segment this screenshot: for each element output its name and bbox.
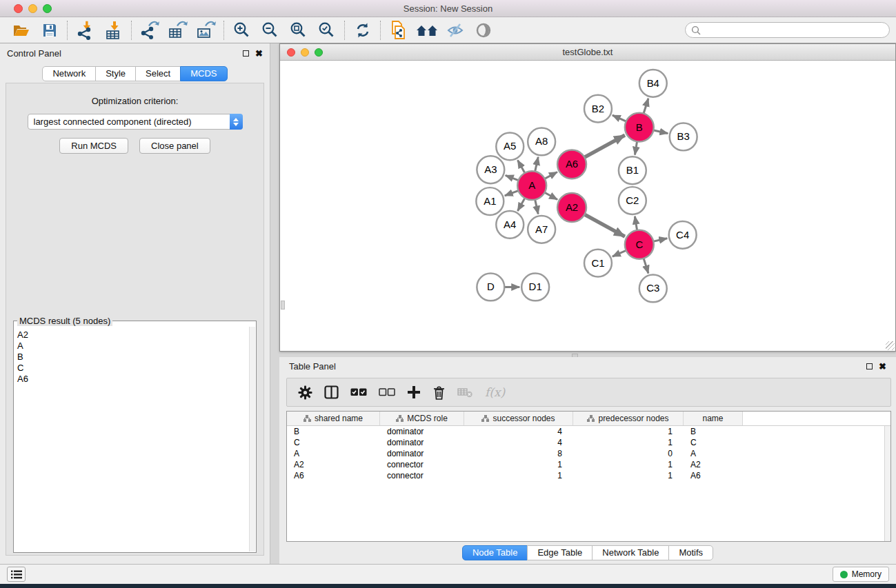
- import-table-icon[interactable]: [99, 19, 128, 42]
- node-A6[interactable]: A6: [557, 150, 586, 179]
- zoom-out-icon[interactable]: [256, 19, 284, 42]
- zoom-window-button[interactable]: [43, 4, 52, 13]
- close-table-panel-icon[interactable]: ✖: [879, 363, 886, 369]
- show-eye-icon[interactable]: [469, 19, 497, 42]
- minimize-window-button[interactable]: [28, 4, 37, 13]
- close-window-button[interactable]: [14, 4, 23, 13]
- column-header-mcds-role[interactable]: MCDS role: [380, 412, 464, 425]
- zoom-selected-icon[interactable]: [312, 19, 341, 42]
- tab-network[interactable]: Network: [42, 66, 96, 81]
- close-panel-button[interactable]: Close panel: [139, 138, 210, 154]
- cell-shared-name: C: [287, 438, 380, 447]
- node-B4[interactable]: B4: [639, 70, 667, 97]
- hierarchy-icon: [481, 415, 489, 422]
- mcds-result-item[interactable]: A6: [17, 374, 256, 385]
- float-table-panel-icon[interactable]: [866, 363, 873, 369]
- export-network-icon[interactable]: [135, 19, 163, 42]
- split-panel-icon[interactable]: [324, 385, 339, 399]
- import-network-icon[interactable]: [71, 19, 99, 42]
- run-mcds-button[interactable]: Run MCDS: [59, 138, 128, 154]
- export-table-icon[interactable]: [163, 19, 192, 42]
- tab-motifs[interactable]: Motifs: [668, 545, 713, 560]
- table-scrollbar[interactable]: [884, 426, 890, 541]
- function-builder-icon[interactable]: f(x): [485, 385, 505, 399]
- column-header-shared-name[interactable]: shared name: [287, 412, 380, 425]
- mcds-result-item[interactable]: C: [17, 363, 256, 374]
- show-panels-button[interactable]: [7, 567, 26, 582]
- column-header-successor-nodes[interactable]: successor nodes: [464, 412, 573, 425]
- table-body: Bdominator41BCdominator41CAdominator80AA…: [287, 426, 890, 481]
- search-input[interactable]: [704, 26, 889, 35]
- edge-A-A4: [517, 197, 525, 211]
- network-minimize-button[interactable]: [301, 48, 309, 57]
- cell-mcds-role: connector: [380, 460, 464, 469]
- table-row[interactable]: A6connector11A6: [287, 470, 890, 481]
- table-row[interactable]: Bdominator41B: [287, 426, 890, 437]
- deselect-all-icon[interactable]: [379, 388, 395, 396]
- window-resize-grip[interactable]: [886, 341, 895, 350]
- node-A1[interactable]: A1: [476, 187, 504, 215]
- float-panel-icon[interactable]: [243, 50, 249, 57]
- node-C[interactable]: C: [625, 230, 654, 259]
- delete-column-icon[interactable]: [432, 385, 446, 400]
- node-A[interactable]: A: [517, 171, 546, 200]
- column-header-name[interactable]: name: [684, 412, 743, 425]
- node-A3[interactable]: A3: [477, 156, 504, 183]
- mcds-result-item[interactable]: A2: [17, 330, 256, 341]
- node-D[interactable]: D: [477, 274, 504, 301]
- table-panel: Table Panel ✖: [279, 357, 896, 564]
- tab-mcds[interactable]: MCDS: [180, 66, 227, 81]
- home-icon[interactable]: [412, 19, 441, 42]
- svg-text:C3: C3: [646, 282, 659, 294]
- node-A2[interactable]: A2: [557, 193, 586, 222]
- hide-eye-icon[interactable]: [441, 19, 469, 42]
- node-A4[interactable]: A4: [496, 211, 524, 239]
- svg-text:B2: B2: [592, 103, 604, 114]
- column-header-predecessor-nodes[interactable]: predecessor nodes: [573, 412, 684, 425]
- node-A7[interactable]: A7: [528, 216, 555, 243]
- node-B2[interactable]: B2: [584, 95, 612, 123]
- node-C2[interactable]: C2: [619, 187, 646, 214]
- node-B1[interactable]: B1: [619, 156, 646, 184]
- close-panel-icon[interactable]: ✖: [255, 50, 263, 57]
- cell-name: A: [684, 449, 743, 458]
- add-column-icon[interactable]: [407, 385, 421, 399]
- network-canvas[interactable]: B4B2BB3A5A8A6B1A3AC2A1A2A4A7C4CC1C3DD1: [280, 61, 895, 351]
- refresh-icon[interactable]: [348, 19, 377, 42]
- node-C4[interactable]: C4: [669, 221, 697, 249]
- node-C3[interactable]: C3: [639, 275, 667, 303]
- memory-button[interactable]: Memory: [833, 567, 889, 582]
- node-A8[interactable]: A8: [528, 128, 555, 156]
- search-field[interactable]: [685, 22, 890, 38]
- tab-select[interactable]: Select: [135, 66, 181, 81]
- node-C1[interactable]: C1: [584, 250, 612, 277]
- table-row[interactable]: Adominator80A: [287, 448, 890, 459]
- save-session-icon[interactable]: [35, 19, 63, 42]
- table-header-row: shared nameMCDS rolesuccessor nodesprede…: [287, 412, 890, 426]
- clone-network-icon[interactable]: [384, 19, 412, 42]
- node-B[interactable]: B: [625, 113, 654, 142]
- node-B3[interactable]: B3: [670, 123, 697, 151]
- node-A5[interactable]: A5: [496, 133, 524, 161]
- tab-style[interactable]: Style: [95, 66, 136, 81]
- result-scrollbar[interactable]: [249, 327, 255, 551]
- zoom-fit-icon[interactable]: [284, 19, 312, 42]
- criterion-select[interactable]: largest connected component (directed): [28, 114, 243, 130]
- settings-gear-icon[interactable]: [298, 385, 312, 400]
- network-zoom-button[interactable]: [315, 48, 323, 57]
- zoom-in-icon[interactable]: [228, 19, 256, 42]
- open-session-icon[interactable]: [7, 19, 35, 42]
- tab-edge-table[interactable]: Edge Table: [527, 545, 593, 560]
- table-row[interactable]: A2connector11A2: [287, 459, 890, 470]
- delete-table-icon[interactable]: [457, 387, 473, 398]
- canvas-splitter-grip[interactable]: [281, 301, 285, 310]
- select-all-icon[interactable]: [350, 388, 367, 396]
- tab-network-table[interactable]: Network Table: [592, 545, 669, 560]
- table-row[interactable]: Cdominator41C: [287, 437, 890, 448]
- export-image-icon[interactable]: [192, 19, 220, 42]
- network-close-button[interactable]: [287, 48, 295, 57]
- node-D1[interactable]: D1: [521, 274, 549, 301]
- mcds-result-item[interactable]: B: [17, 352, 256, 363]
- tab-node-table[interactable]: Node Table: [462, 545, 528, 560]
- mcds-result-item[interactable]: A: [17, 341, 256, 352]
